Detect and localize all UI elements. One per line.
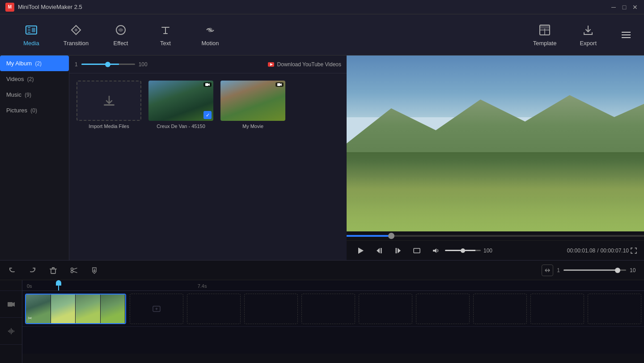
timeline-tracks: 0s 7.4s ✂ bbox=[0, 280, 644, 363]
video1-label: Creux De Van - 45150 bbox=[148, 124, 213, 129]
motion-icon bbox=[203, 23, 217, 37]
media-grid: Import Media Files ✓ Creux De Van - 4515… bbox=[69, 73, 347, 260]
step-forward-icon bbox=[394, 247, 402, 255]
volume-slider[interactable] bbox=[445, 250, 481, 251]
volume-container: 100 bbox=[429, 244, 497, 257]
progress-bar-container[interactable] bbox=[347, 231, 644, 240]
toolbar-text[interactable]: Text bbox=[143, 17, 188, 53]
svg-marker-14 bbox=[377, 248, 380, 253]
transition-icon bbox=[69, 23, 83, 37]
sidebar-item-videos[interactable]: Videos (2) bbox=[0, 71, 69, 87]
menu-button[interactable] bbox=[617, 26, 635, 44]
empty-slot-3[interactable] bbox=[301, 294, 355, 324]
clip-frame-3 bbox=[76, 295, 101, 323]
timeline-zoom-min-label: 1 bbox=[557, 267, 560, 273]
svg-rect-23 bbox=[8, 302, 13, 307]
svg-rect-1 bbox=[32, 28, 35, 32]
video-track-icon bbox=[8, 301, 15, 308]
svg-marker-12 bbox=[280, 83, 282, 86]
toolbar-effect[interactable]: Effect bbox=[98, 17, 143, 53]
fullscreen-button[interactable] bbox=[631, 248, 637, 254]
empty-slot-5[interactable] bbox=[416, 294, 470, 324]
zoom-slider-container: 1 100 bbox=[75, 61, 148, 68]
step-back-icon bbox=[375, 247, 383, 255]
video-clip[interactable]: ✂ bbox=[25, 294, 126, 324]
zoom-arrows-icon bbox=[544, 267, 551, 273]
undo-button[interactable] bbox=[5, 264, 19, 277]
toolbar-template[interactable]: Template bbox=[526, 19, 564, 50]
empty-slot-1[interactable] bbox=[187, 294, 241, 324]
empty-slot-2[interactable] bbox=[244, 294, 298, 324]
progress-bar-fill bbox=[347, 235, 391, 237]
video2-badge bbox=[275, 82, 284, 87]
zoom-slider-input[interactable] bbox=[81, 64, 135, 65]
svg-rect-8 bbox=[104, 104, 114, 106]
progress-thumb[interactable] bbox=[388, 233, 394, 239]
download-clip-button[interactable] bbox=[88, 264, 101, 277]
progress-bar-track[interactable] bbox=[347, 235, 644, 237]
flowers-layer bbox=[347, 161, 644, 231]
titlebar: M MiniTool MovieMaker 2.5 ─ □ ✕ bbox=[0, 0, 644, 14]
toolbar-media[interactable]: Media bbox=[9, 17, 54, 53]
step-back-button[interactable] bbox=[373, 244, 386, 257]
svg-rect-15 bbox=[381, 248, 382, 253]
media-toolbar: 1 100 Download YouTube Videos bbox=[69, 56, 347, 73]
svg-rect-9 bbox=[205, 83, 208, 86]
toolbar-motion[interactable]: Motion bbox=[188, 17, 233, 53]
redo-button[interactable] bbox=[26, 264, 39, 277]
volume-value-label: 100 bbox=[483, 248, 497, 254]
timeline-toolbar: 1 10 bbox=[0, 261, 644, 280]
maximize-button[interactable]: □ bbox=[621, 4, 628, 11]
empty-slot-8[interactable] bbox=[588, 294, 641, 324]
download-clip-icon bbox=[90, 266, 98, 274]
svg-rect-18 bbox=[414, 248, 420, 253]
time-separator: / bbox=[597, 248, 598, 254]
volume-button[interactable] bbox=[429, 244, 442, 257]
undo-icon bbox=[8, 266, 16, 274]
download-youtube-button[interactable]: Download YouTube Videos bbox=[267, 61, 341, 68]
empty-slot-transition-1[interactable] bbox=[130, 294, 183, 324]
fullframe-button[interactable] bbox=[410, 244, 424, 257]
empty-slot-7[interactable] bbox=[530, 294, 584, 324]
toolbar-transition[interactable]: Transition bbox=[54, 17, 98, 53]
titlebar-controls: ─ □ ✕ bbox=[610, 4, 639, 11]
svg-rect-20 bbox=[51, 269, 55, 273]
export-label: Export bbox=[580, 40, 597, 47]
app-logo: M bbox=[5, 3, 14, 12]
sidebar-videos-label: Videos bbox=[6, 76, 24, 82]
zoom-value-label: 100 bbox=[139, 61, 148, 68]
sidebar-pictures-label: Pictures bbox=[6, 107, 27, 114]
sidebar-item-pictures[interactable]: Pictures (0) bbox=[0, 102, 69, 118]
close-button[interactable]: ✕ bbox=[631, 4, 639, 11]
timeline-zoom-icon[interactable] bbox=[542, 265, 553, 276]
timeline-zoom-slider[interactable] bbox=[564, 269, 626, 271]
template-icon bbox=[538, 23, 552, 37]
track-labels bbox=[0, 280, 22, 363]
play-button[interactable] bbox=[354, 244, 367, 257]
svg-rect-5 bbox=[540, 25, 550, 29]
clip-scissors-icon: ✂ bbox=[28, 315, 32, 321]
toolbar-export[interactable]: Export bbox=[572, 19, 604, 50]
current-time: 00:00:01.08 bbox=[567, 248, 595, 254]
sidebar-item-music[interactable]: Music (9) bbox=[0, 87, 69, 102]
zoom-min-label: 1 bbox=[75, 61, 78, 68]
template-label: Template bbox=[533, 40, 557, 47]
clip-frame-2 bbox=[51, 295, 76, 323]
cut-button[interactable] bbox=[67, 264, 80, 277]
empty-slot-4[interactable] bbox=[359, 294, 412, 324]
media-item-video1[interactable]: ✓ Creux De Van - 45150 bbox=[148, 81, 213, 129]
media-panel: 1 100 Download YouTube Videos bbox=[69, 56, 347, 260]
minimize-button[interactable]: ─ bbox=[610, 4, 617, 11]
video1-check-badge: ✓ bbox=[203, 111, 212, 119]
sidebar-item-myalbum[interactable]: My Album (2) bbox=[0, 56, 69, 71]
effect-icon bbox=[114, 23, 128, 37]
empty-slot-6[interactable] bbox=[473, 294, 527, 324]
media-item-video2[interactable]: My Movie bbox=[220, 81, 285, 129]
media-item-import[interactable]: Import Media Files bbox=[76, 81, 141, 129]
sidebar-music-count: (9) bbox=[23, 92, 31, 98]
timeline-zoom-value: 10 bbox=[630, 267, 639, 273]
playhead[interactable] bbox=[58, 280, 59, 290]
step-forward-button[interactable] bbox=[391, 244, 405, 257]
delete-button[interactable] bbox=[47, 264, 60, 277]
clip-frame-4 bbox=[101, 295, 126, 323]
